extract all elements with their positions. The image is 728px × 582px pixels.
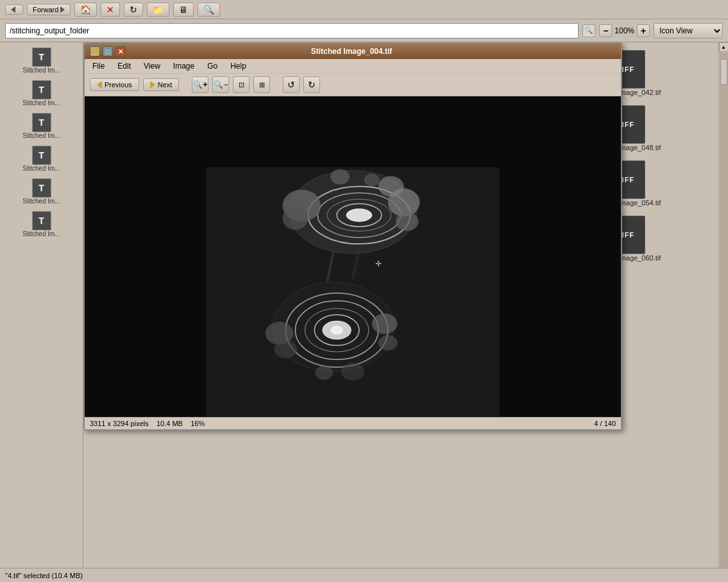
- svg-point-15: [364, 174, 380, 187]
- stop-icon: ✕: [106, 4, 114, 15]
- dimensions-label: 3311 x 3294 pixels: [90, 420, 149, 427]
- scroll-up-button[interactable]: ▲: [719, 42, 729, 52]
- sidebar-label-4: Stitched Im...: [22, 165, 60, 172]
- close-button[interactable]: ✕: [115, 46, 126, 56]
- scrollbar-track[interactable]: [720, 53, 728, 572]
- scrollbar-thumb[interactable]: [720, 59, 727, 85]
- svg-point-27: [341, 363, 364, 381]
- image-info: 3311 x 3294 pixels 10.4 MB 16%: [90, 420, 205, 427]
- svg-point-26: [378, 335, 398, 350]
- svg-text:✛: ✛: [375, 259, 382, 268]
- svg-point-10: [283, 207, 309, 230]
- svg-point-22: [330, 325, 343, 334]
- zoom-controls: − 100% +: [599, 24, 650, 37]
- browse-button[interactable]: 📁: [147, 3, 169, 17]
- forward-icon: [60, 6, 65, 13]
- tiff-icon-small-2: [32, 80, 51, 99]
- forward-label: Forward: [33, 6, 58, 13]
- bottom-status-bar: "4.tif" selected (10.4 MB): [0, 568, 728, 582]
- zoom-normal-tool[interactable]: ⊞: [253, 76, 270, 93]
- viewer-statusbar: 3311 x 3294 pixels 10.4 MB 16% 4 / 140: [85, 417, 621, 429]
- sidebar-label-6: Stitched Im...: [22, 230, 60, 237]
- previous-button[interactable]: Previous: [90, 78, 139, 91]
- file-size-label: 10.4 MB: [157, 420, 183, 427]
- sidebar-label-2: Stitched Im...: [22, 99, 60, 107]
- zoom-in-tool[interactable]: 🔍+: [192, 76, 208, 93]
- search-button[interactable]: 🔍: [198, 3, 220, 17]
- next-button[interactable]: Next: [143, 78, 180, 91]
- tiff-icon-small-3: [32, 113, 51, 132]
- stop-button[interactable]: ✕: [101, 3, 120, 17]
- zoom-status-label: 16%: [190, 420, 205, 427]
- back-button[interactable]: [5, 4, 23, 15]
- image-viewer-window: _ □ ✕ Stitched Image_004.tif File Edit V…: [83, 42, 622, 431]
- search-icon: 🔍: [203, 4, 214, 15]
- viewer-menubar: File Edit View Image Go Help: [85, 59, 621, 74]
- menu-view[interactable]: View: [141, 60, 163, 72]
- tiff-icon-small-1: [32, 47, 51, 67]
- svg-point-25: [372, 314, 398, 334]
- right-scrollbar: ▲ ▼: [718, 42, 728, 582]
- main-layout: Stitched Im... Stitched Im... Stitched I…: [0, 42, 728, 582]
- tiff-icon-small-6: [32, 211, 51, 230]
- sidebar-label-3: Stitched Im...: [22, 132, 60, 139]
- tiff-icon-small-4: [32, 146, 51, 165]
- image-svg: ✛: [85, 96, 621, 417]
- sidebar-label-5: Stitched Im...: [22, 198, 60, 205]
- minimize-button[interactable]: _: [90, 46, 100, 56]
- svg-point-28: [315, 366, 333, 380]
- view-mode-select[interactable]: Icon View List View Compact View: [654, 23, 723, 39]
- back-icon: [11, 6, 15, 13]
- zoom-out-button[interactable]: −: [599, 24, 612, 37]
- next-icon: [150, 81, 155, 89]
- selection-status: "4.tif" selected (10.4 MB): [5, 572, 83, 579]
- zoom-in-button[interactable]: +: [637, 24, 650, 37]
- menu-image[interactable]: Image: [171, 60, 197, 72]
- menu-file[interactable]: File: [90, 60, 107, 72]
- svg-point-24: [275, 340, 298, 358]
- computer-icon: 🖥: [179, 4, 188, 15]
- menu-go[interactable]: Go: [205, 60, 220, 72]
- address-input[interactable]: [5, 23, 579, 39]
- computer-button[interactable]: 🖥: [173, 3, 194, 17]
- svg-point-8: [346, 209, 372, 221]
- address-bar-row: 🔍 − 100% + Icon View List View Compact V…: [0, 19, 728, 42]
- tiff-icon-small-5: [32, 178, 51, 198]
- previous-icon: [97, 81, 102, 89]
- reload-icon: ↻: [130, 4, 137, 15]
- sidebar-item-4[interactable]: Stitched Im...: [3, 143, 80, 175]
- address-clear-button[interactable]: 🔍: [582, 24, 595, 37]
- sidebar-item-3[interactable]: Stitched Im...: [3, 110, 80, 142]
- svg-point-13: [378, 176, 404, 197]
- maximize-button[interactable]: □: [103, 46, 113, 56]
- svg-point-14: [330, 169, 350, 185]
- sidebar-label-1: Stitched Im...: [22, 67, 60, 74]
- viewer-titlebar: _ □ ✕ Stitched Image_004.tif: [85, 44, 621, 59]
- viewer-title: Stitched Image_004.tif: [311, 47, 393, 56]
- zoom-fit-tool[interactable]: ⊡: [233, 76, 250, 93]
- previous-label: Previous: [105, 81, 132, 89]
- sidebar-item-1[interactable]: Stitched Im...: [3, 45, 80, 76]
- menu-help[interactable]: Help: [228, 60, 249, 72]
- rotate-ccw-tool[interactable]: ↺: [283, 76, 300, 93]
- menu-edit[interactable]: Edit: [115, 60, 133, 72]
- clear-icon: 🔍: [585, 27, 593, 34]
- reload-button[interactable]: ↻: [124, 3, 143, 17]
- image-position-label: 4 / 140: [594, 420, 616, 427]
- top-nav-bar: Forward 🏠 ✕ ↻ 📁 🖥 🔍: [0, 0, 728, 19]
- sidebar-item-5[interactable]: Stitched Im...: [3, 176, 80, 207]
- rotate-cw-tool[interactable]: ↻: [303, 76, 320, 93]
- viewer-canvas: ✛: [85, 96, 621, 417]
- zoom-out-tool[interactable]: 🔍−: [212, 76, 229, 93]
- browse-icon: 📁: [153, 4, 164, 15]
- viewer-toolbar: Previous Next 🔍+ 🔍− ⊡ ⊞ ↺ ↻: [85, 74, 621, 96]
- zoom-level-label: 100%: [614, 26, 634, 35]
- sidebar-file-list: Stitched Im... Stitched Im... Stitched I…: [0, 42, 83, 582]
- home-button[interactable]: 🏠: [74, 3, 97, 17]
- sidebar-item-6[interactable]: Stitched Im...: [3, 209, 80, 240]
- center-content: TIFF Stitched Image_037.tif TIFF Stitche…: [83, 42, 718, 582]
- svg-point-12: [396, 212, 419, 231]
- next-label: Next: [158, 81, 173, 89]
- sidebar-item-2[interactable]: Stitched Im...: [3, 78, 80, 109]
- forward-button[interactable]: Forward: [27, 4, 71, 15]
